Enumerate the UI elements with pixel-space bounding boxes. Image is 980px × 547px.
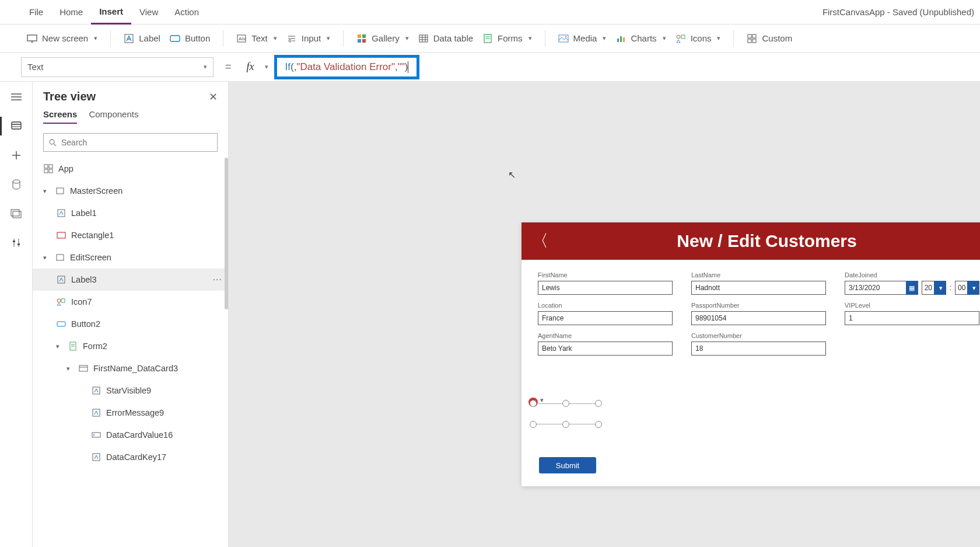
tree-label: Label3: [71, 275, 97, 284]
svg-rect-31: [752, 34, 756, 38]
resize-handle[interactable]: [595, 421, 602, 428]
resize-handle[interactable]: [530, 400, 537, 407]
tree-node-datacardvalue[interactable]: DataCardValue16: [33, 424, 228, 446]
label-icon: [91, 452, 102, 462]
shapes-icon: [56, 297, 66, 307]
date-input[interactable]: 3/13/2020 ▦: [845, 281, 918, 295]
firstname-input[interactable]: [538, 281, 673, 295]
tree-node-label1[interactable]: Label1: [33, 202, 228, 224]
back-arrow-icon[interactable]: 〈: [532, 230, 548, 252]
svg-rect-55: [57, 255, 64, 260]
property-dropdown[interactable]: Text ▾: [21, 57, 214, 77]
svg-rect-67: [93, 409, 100, 416]
passport-input[interactable]: [691, 311, 826, 325]
svg-point-27: [677, 35, 680, 39]
tree-node-errormessage[interactable]: ErrorMessage9: [33, 402, 228, 424]
data-table-button[interactable]: Data table: [414, 30, 478, 47]
custnum-input[interactable]: [691, 342, 826, 356]
tree-node-datacardkey[interactable]: DataCardKey17: [33, 446, 228, 468]
menu-action[interactable]: Action: [166, 0, 207, 25]
calendar-icon[interactable]: ▦: [906, 281, 918, 295]
button-button[interactable]: Button: [165, 30, 215, 47]
caret-down-icon[interactable]: ▾: [66, 365, 74, 372]
chevron-down-icon[interactable]: ▾: [967, 281, 979, 295]
svg-rect-70: [93, 454, 100, 461]
field-viplevel: VIPLevel: [845, 302, 979, 325]
scrollbar-thumb[interactable]: [225, 158, 228, 309]
tree-node-masterscreen[interactable]: ▾ MasterScreen: [33, 180, 228, 202]
submit-button[interactable]: Submit: [539, 457, 596, 473]
tree-label: App: [58, 164, 74, 173]
tree-label: DataCardValue16: [106, 430, 173, 440]
resize-handle[interactable]: [562, 421, 569, 428]
chevron-down-icon: ▾: [528, 34, 532, 42]
tree-node-rectangle1[interactable]: Rectangle1: [33, 224, 228, 246]
table-icon: [418, 33, 429, 44]
tree-node-label3[interactable]: Label3 ···: [33, 269, 228, 291]
selected-control[interactable]: ✕ ▾: [533, 403, 598, 424]
resize-handle[interactable]: [530, 421, 537, 428]
close-icon[interactable]: ✕: [209, 90, 218, 103]
more-icon[interactable]: ···: [213, 274, 222, 285]
custom-button[interactable]: Custom: [742, 30, 797, 47]
time-colon: :: [950, 284, 951, 292]
svg-rect-26: [623, 37, 625, 42]
charts-button[interactable]: Charts ▾: [611, 30, 670, 47]
fx-icon[interactable]: fx: [243, 61, 258, 73]
location-input[interactable]: [538, 311, 673, 325]
button-btn-label: Button: [185, 33, 210, 43]
screen-icon: [27, 33, 37, 44]
tree-node-icon7[interactable]: Icon7: [33, 291, 228, 313]
hour-select[interactable]: 20▾: [922, 281, 946, 295]
media-rail-icon[interactable]: [9, 207, 23, 221]
tab-components[interactable]: Components: [89, 109, 138, 124]
tree-node-button2[interactable]: Button2: [33, 313, 228, 335]
menu-insert[interactable]: Insert: [91, 0, 131, 25]
lastname-input[interactable]: [691, 281, 826, 295]
hamburger-icon[interactable]: [9, 90, 23, 104]
screen-icon: [55, 252, 65, 263]
svg-rect-58: [61, 299, 65, 302]
chevron-down-icon: ▾: [717, 34, 720, 42]
forms-button[interactable]: Forms ▾: [478, 30, 537, 47]
forms-btn-label: Forms: [498, 33, 523, 43]
label-button[interactable]: Label: [119, 30, 165, 47]
new-screen-button[interactable]: New screen ▾: [22, 30, 102, 47]
tree-node-datacard[interactable]: ▾ FirstName_DataCard3: [33, 357, 228, 379]
minute-select[interactable]: 00▾: [955, 281, 979, 295]
caret-down-icon[interactable]: ▾: [43, 187, 50, 195]
svg-rect-32: [748, 39, 751, 43]
caret-down-icon[interactable]: ▾: [43, 254, 50, 262]
tree-view-icon[interactable]: [9, 119, 23, 133]
tree-node-star[interactable]: StarVisible9: [33, 379, 228, 402]
gallery-button[interactable]: Gallery ▾: [352, 30, 414, 47]
formula-input[interactable]: If(, "Data Validation Error", ""): [274, 55, 420, 79]
agent-input[interactable]: [538, 342, 673, 356]
insert-icon[interactable]: [9, 148, 23, 162]
search-input[interactable]: [43, 133, 218, 152]
svg-rect-12: [358, 39, 361, 43]
icons-button[interactable]: Icons ▾: [671, 30, 726, 47]
text-cursor: [408, 61, 408, 73]
tools-icon[interactable]: [9, 236, 23, 250]
media-button[interactable]: Media ▾: [554, 30, 611, 47]
menu-file[interactable]: File: [21, 0, 51, 25]
text-button[interactable]: Abc Text ▾: [232, 30, 282, 47]
menu-view[interactable]: View: [131, 0, 166, 25]
tree-node-app[interactable]: App: [33, 158, 228, 180]
data-icon[interactable]: [9, 177, 23, 191]
resize-handle[interactable]: [562, 400, 569, 407]
tree-node-form2[interactable]: ▾ Form2: [33, 335, 228, 357]
input-button[interactable]: Input ▾: [282, 30, 335, 47]
vip-input[interactable]: [845, 311, 979, 325]
button-icon: [56, 319, 66, 329]
resize-handle[interactable]: [595, 400, 602, 407]
search-field[interactable]: [61, 138, 212, 147]
chevron-down-icon[interactable]: ▾: [265, 63, 268, 71]
tab-screens[interactable]: Screens: [43, 109, 77, 124]
canvas[interactable]: ↖ 〈 New / Edit Customers FirstName LastN…: [229, 82, 980, 547]
caret-down-icon[interactable]: ▾: [56, 343, 63, 350]
menu-home[interactable]: Home: [51, 0, 91, 25]
chevron-down-icon[interactable]: ▾: [934, 281, 946, 295]
tree-node-editscreen[interactable]: ▾ EditScreen: [33, 246, 228, 269]
